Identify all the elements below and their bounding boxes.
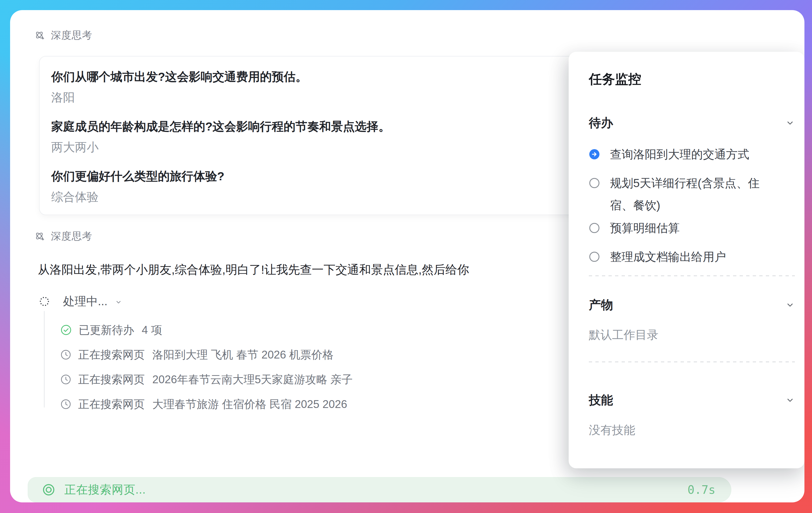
- chevron-down-icon[interactable]: [785, 300, 795, 310]
- todo-section-header[interactable]: 待办: [589, 115, 795, 131]
- clock-icon: [60, 399, 71, 409]
- step-detail: 洛阳到大理 飞机 春节 2026 机票价格: [152, 347, 334, 362]
- skills-section-label: 技能: [589, 393, 613, 408]
- step-label: 正在搜索网页: [78, 347, 145, 362]
- deep-think-row: 深度思考: [34, 229, 92, 243]
- clock-icon: [60, 374, 71, 385]
- step-detail: 大理春节旅游 住宿价格 民宿 2025 2026: [152, 397, 347, 412]
- step-row: 已更新待办 4 项: [60, 319, 353, 341]
- deep-think-icon: [34, 231, 46, 242]
- artifacts-section-label: 产物: [589, 297, 613, 313]
- current-action-bar[interactable]: 正在搜索网页... 0.7s: [28, 477, 731, 503]
- check-circle-icon: [60, 324, 71, 335]
- deep-think-icon: [34, 30, 46, 41]
- current-action-label: 正在搜索网页...: [64, 482, 146, 497]
- skills-section-header[interactable]: 技能: [589, 393, 795, 408]
- step-detail: 2026年春节云南大理5天家庭游攻略 亲子: [152, 372, 353, 387]
- deep-think-label: 深度思考: [51, 28, 92, 42]
- clock-icon: [60, 349, 71, 360]
- todo-item-text: 预算明细估算: [610, 217, 679, 239]
- todo-section-label: 待办: [589, 115, 613, 131]
- bullseye-icon: [42, 483, 55, 496]
- circle-outline-icon: [589, 222, 600, 234]
- todo-item-text: 规划5天详细行程(含景点、住宿、餐饮): [610, 172, 777, 216]
- deep-think-row: 深度思考: [34, 28, 92, 42]
- dashed-divider: [589, 361, 795, 362]
- elapsed-time: 0.7s: [688, 483, 716, 496]
- todo-item-pending: 规划5天详细行程(含景点、住宿、餐饮): [589, 172, 795, 216]
- todo-item-pending: 预算明细估算: [589, 217, 795, 239]
- chevron-down-icon[interactable]: [115, 298, 122, 306]
- circle-outline-icon: [589, 251, 600, 262]
- spinner-icon: [38, 296, 50, 307]
- step-row: 正在搜索网页 大理春节旅游 住宿价格 民宿 2025 2026: [60, 393, 353, 415]
- artifacts-value: 默认工作目录: [589, 327, 795, 342]
- steps-list: 已更新待办 4 项 正在搜索网页 洛阳到大理 飞机 春节 2026 机票价格: [60, 319, 353, 418]
- panel-title: 任务监控: [589, 71, 795, 87]
- app-window: 深度思考 你们从哪个城市出发?这会影响交通费用的预估。 洛阳 家庭成员的年龄构成…: [10, 10, 805, 503]
- step-row: 正在搜索网页 2026年春节云南大理5天家庭游攻略 亲子: [60, 368, 353, 390]
- gradient-frame: 深度思考 你们从哪个城市出发?这会影响交通费用的预估。 洛阳 家庭成员的年龄构成…: [0, 0, 812, 513]
- step-label: 正在搜索网页: [78, 372, 145, 387]
- step-detail: 4 项: [142, 323, 162, 338]
- step-label: 正在搜索网页: [78, 397, 145, 412]
- todo-item-pending: 整理成文档输出给用户: [589, 246, 795, 268]
- chevron-down-icon[interactable]: [785, 395, 795, 405]
- arrow-right-circle-icon: [589, 149, 600, 160]
- processing-toggle[interactable]: 处理中...: [38, 294, 122, 308]
- deep-think-label: 深度思考: [51, 229, 92, 243]
- steps-timeline: [44, 311, 45, 407]
- step-label: 已更新待办: [79, 323, 134, 338]
- todo-list: 查询洛阳到大理的交通方式 规划5天详细行程(含景点、住宿、餐饮): [589, 143, 795, 268]
- step-row: 正在搜索网页 洛阳到大理 飞机 春节 2026 机票价格: [60, 344, 353, 366]
- task-monitor-panel: 任务监控 待办 查询洛阳到大理的交通方: [569, 52, 805, 468]
- dashed-divider: [589, 275, 795, 276]
- todo-item-active: 查询洛阳到大理的交通方式: [589, 143, 795, 165]
- chevron-down-icon[interactable]: [785, 118, 795, 128]
- artifacts-section-header[interactable]: 产物: [589, 297, 795, 313]
- circle-outline-icon: [589, 178, 600, 189]
- todo-item-text: 整理成文档输出给用户: [610, 246, 726, 268]
- skills-value: 没有技能: [589, 422, 795, 437]
- todo-item-text: 查询洛阳到大理的交通方式: [610, 143, 749, 165]
- processing-label: 处理中...: [63, 294, 108, 309]
